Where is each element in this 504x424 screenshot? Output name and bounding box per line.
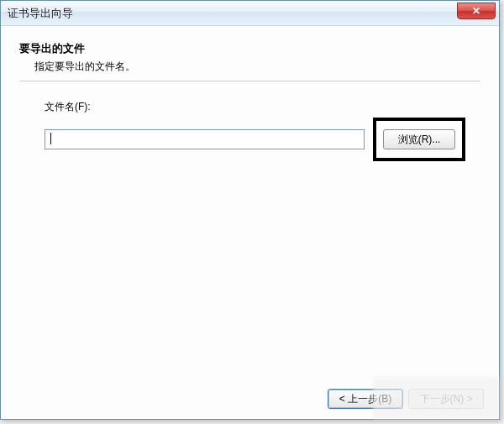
filename-row: 浏览(R)...: [45, 118, 465, 161]
form-area: 文件名(F): 浏览(R)...: [19, 100, 480, 161]
page-heading: 要导出的文件: [19, 41, 480, 56]
filename-input[interactable]: [45, 129, 365, 149]
browse-highlight-box: 浏览(R)...: [373, 118, 465, 161]
filename-label: 文件名(F):: [45, 100, 465, 114]
divider: [19, 81, 480, 81]
content-area: 要导出的文件 指定要导出的文件名。 文件名(F): 浏览(R)...: [1, 26, 499, 161]
window-title: 证书导出向导: [8, 6, 73, 21]
blurred-region: [373, 377, 499, 419]
page-subheading: 指定要导出的文件名。: [34, 60, 480, 74]
browse-button[interactable]: 浏览(R)...: [383, 129, 455, 149]
close-button[interactable]: ✕: [457, 3, 496, 19]
wizard-window: 证书导出向导 ✕ 要导出的文件 指定要导出的文件名。 文件名(F): 浏览(R)…: [0, 0, 500, 420]
close-icon: ✕: [472, 5, 480, 17]
text-caret: [50, 133, 51, 144]
titlebar: 证书导出向导 ✕: [1, 1, 499, 26]
